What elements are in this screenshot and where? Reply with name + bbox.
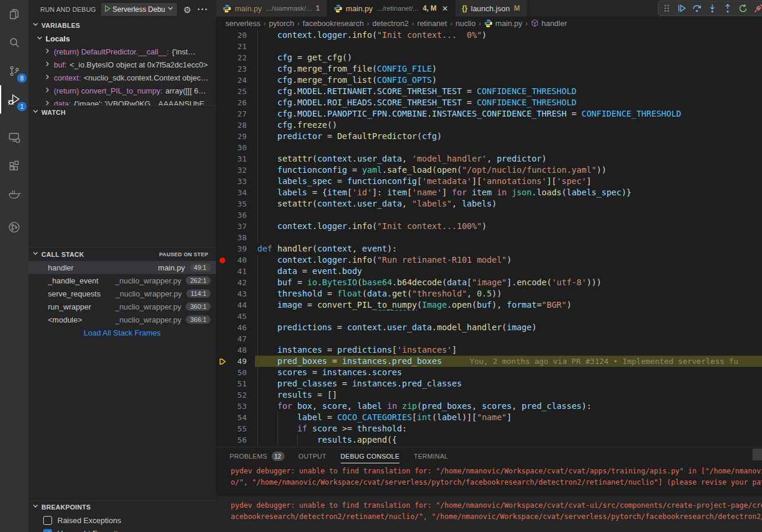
disconnect-button[interactable]	[754, 4, 762, 13]
code-line[interactable]: 54 label = COCO_CATEGORIES[int(label)]["…	[216, 412, 762, 423]
activity-extensions[interactable]	[0, 151, 28, 180]
activity-github-pull-requests[interactable]	[0, 213, 28, 241]
code-line[interactable]: 25 cfg.MODEL.RETINANET.SCORE_THRESH_TEST…	[216, 86, 762, 97]
launch-config-dropdown[interactable]: Serverless Debu	[101, 3, 177, 16]
stack-frame-row[interactable]: serve_requests_nuclio_wrapper.py114:1	[28, 287, 216, 300]
stack-frame-row[interactable]: _handle_event_nuclio_wrapper.py262:1	[28, 274, 216, 287]
activity-run-and-debug[interactable]: 1	[0, 85, 28, 114]
call-stack-section-title: CALL STACK	[41, 251, 84, 258]
start-debug-icon[interactable]	[104, 4, 111, 15]
code-line[interactable]: 24 cfg.merge_from_list(CONFIG_OPTS)	[216, 75, 762, 86]
console-filter-box[interactable]	[753, 449, 762, 460]
variable-row[interactable]: (return) convert_PIL_to_numpy:array([[[ …	[28, 84, 216, 97]
editor-tab-main.py[interactable]: main.py.../retinanet/...4, M✕	[327, 0, 455, 17]
checked-checkbox[interactable]: ✓	[43, 529, 52, 532]
breakpoint-row[interactable]: Raised Exceptions	[28, 514, 216, 527]
load-all-stack-frames-link[interactable]: Load All Stack Frames	[28, 328, 216, 337]
editor-tab-launch.json[interactable]: {}launch.jsonM	[456, 0, 527, 17]
code-line[interactable]: 43 threshold = float(data.get("threshold…	[216, 288, 762, 299]
code-line[interactable]: 27 cfg.MODEL.PANOPTIC_FPN.COMBINE.INSTAN…	[216, 108, 762, 120]
panel-tab-debug-console[interactable]: DEBUG CONSOLE	[341, 447, 400, 465]
breadcrumb-serverless[interactable]: serverless	[225, 19, 260, 28]
activity-explorer[interactable]	[0, 0, 28, 28]
code-line[interactable]: 53 for box, score, label in zip(pred_box…	[216, 401, 762, 412]
stack-frame-row[interactable]: <module>_nuclio_wrapper.py366:1	[28, 313, 216, 326]
variable-row[interactable]: buf:<_io.BytesIO object at 0x7f5a2dc1ecc…	[28, 58, 216, 71]
step-out-button[interactable]	[723, 4, 732, 13]
code-line[interactable]: 45	[216, 311, 762, 322]
editor-tab-main.py[interactable]: main.py.../siammask/...1	[216, 0, 327, 17]
code-text: def handler(context, event):	[255, 243, 762, 254]
code-line[interactable]: 38	[216, 232, 762, 243]
breadcrumb-symbol[interactable]: handler	[531, 19, 567, 28]
code-line[interactable]: 37 context.logger.info("Init context...1…	[216, 221, 762, 232]
code-line[interactable]: 32 functionconfig = yaml.safe_load(open(…	[216, 165, 762, 176]
restart-button[interactable]	[738, 4, 748, 13]
code-line[interactable]: 40 context.logger.info("Run retinanet-R1…	[216, 254, 762, 266]
gear-icon[interactable]: ⚙	[183, 5, 191, 14]
close-icon[interactable]: ✕	[442, 4, 448, 13]
breadcrumb-facebookresearch[interactable]: facebookresearch	[303, 19, 364, 28]
breadcrumb-pytorch[interactable]: pytorch	[269, 19, 295, 28]
stack-frame-row[interactable]: run_wrapper_nuclio_wrapper.py360:1	[28, 300, 216, 313]
variables-section-header[interactable]: VARIABLES	[28, 19, 216, 32]
code-line[interactable]: 42 buf = io.BytesIO(base64.b64decode(dat…	[216, 277, 762, 288]
code-line[interactable]: 34 labels = {item['id']: item['name'] fo…	[216, 187, 762, 198]
breakpoint-icon[interactable]	[216, 257, 229, 263]
code-line[interactable]: 22 cfg = get_cfg()	[216, 52, 762, 63]
variables-scope-row[interactable]: Locals	[28, 32, 216, 45]
code-line[interactable]: 50 scores = instances.scores	[216, 367, 762, 378]
code-line[interactable]: 23 cfg.merge_from_file(CONFIG_FILE)	[216, 63, 762, 75]
code-line[interactable]: 56 results.append({	[216, 434, 762, 446]
breadcrumb-nuclio[interactable]: nuclio	[456, 19, 476, 28]
activity-source-control[interactable]: 8	[0, 57, 28, 85]
activity-remote-explorer[interactable]	[0, 123, 28, 151]
code-line[interactable]: 46 predictions = context.user_data.model…	[216, 322, 762, 333]
panel-tab-output[interactable]: OUTPUT	[299, 447, 327, 465]
variable-row[interactable]: data:{'image': 'iVBORw0KG…AAAANSUhE…	[28, 97, 216, 105]
code-line[interactable]: 44 image = convert_PIL_to_numpy(Image.op…	[216, 299, 762, 311]
code-line[interactable]: 52 results = []	[216, 389, 762, 401]
continue-button[interactable]	[677, 4, 686, 13]
breadcrumb-detectron2[interactable]: detectron2	[372, 19, 408, 28]
code-line[interactable]: 29 predictor = DefaultPredictor(cfg)	[216, 131, 762, 142]
code-editor[interactable]: 20 context.logger.info("Init context... …	[216, 30, 762, 447]
breakpoint-row[interactable]: ✓Uncaught Exceptions	[28, 527, 216, 532]
current-line-arrow-icon[interactable]	[216, 358, 229, 365]
code-line[interactable]: 49 pred_boxes = instances.pred_boxesYou,…	[216, 356, 762, 367]
step-over-button[interactable]	[692, 4, 702, 13]
code-line[interactable]: 51 pred_classes = instances.pred_classes	[216, 378, 762, 389]
more-actions-icon[interactable]: ···	[197, 4, 208, 15]
code-line[interactable]: 28 cfg.freeze()	[216, 120, 762, 131]
code-line[interactable]: 36	[216, 209, 762, 221]
breadcrumb-retinanet[interactable]: retinanet	[417, 19, 447, 28]
breadcrumb-file[interactable]: main.py	[484, 19, 522, 28]
breakpoints-section-header[interactable]: BREAKPOINTS	[28, 501, 216, 514]
unchecked-checkbox[interactable]	[43, 516, 52, 525]
code-line[interactable]: 41 data = event.body	[216, 266, 762, 277]
code-line[interactable]: 20 context.logger.info("Init context... …	[216, 30, 762, 41]
indent-guide	[257, 254, 258, 266]
code-line[interactable]: 33 labels_spec = functionconfig['metadat…	[216, 176, 762, 187]
code-line[interactable]: 26 cfg.MODEL.ROI_HEADS.SCORE_THRESH_TEST…	[216, 97, 762, 108]
step-into-button[interactable]	[708, 4, 717, 13]
watch-section-header[interactable]: WATCH	[28, 106, 216, 119]
activity-search[interactable]	[0, 28, 28, 57]
code-line[interactable]: 30	[216, 142, 762, 153]
code-line[interactable]: 55 if score >= threshold:	[216, 423, 762, 434]
indent-guide	[257, 176, 258, 187]
panel-tab-terminal[interactable]: TERMINAL	[414, 447, 448, 465]
call-stack-section-header[interactable]: CALL STACK PAUSED ON STEP	[28, 248, 216, 261]
panel-tab-problems[interactable]: PROBLEMS12	[230, 447, 285, 465]
code-line[interactable]: 47	[216, 333, 762, 344]
code-line[interactable]: 48 instances = predictions['instances']	[216, 344, 762, 356]
variable-row[interactable]: context:<nuclio_sdk.context.Context obje…	[28, 71, 216, 84]
code-line[interactable]: 21	[216, 41, 762, 52]
debug-console-output[interactable]: pydev debugger: unable to find translati…	[216, 465, 762, 532]
code-line[interactable]: 35 setattr(context.user_data, "labels", …	[216, 198, 762, 209]
code-line[interactable]: 31 setattr(context.user_data, 'model_han…	[216, 153, 762, 165]
variable-row[interactable]: (return) DefaultPredictor.__call__:{'ins…	[28, 45, 216, 58]
stack-frame-row[interactable]: handlermain.py49:1	[28, 261, 216, 274]
activity-docker[interactable]	[0, 180, 28, 208]
code-line[interactable]: 39def handler(context, event):	[216, 243, 762, 254]
